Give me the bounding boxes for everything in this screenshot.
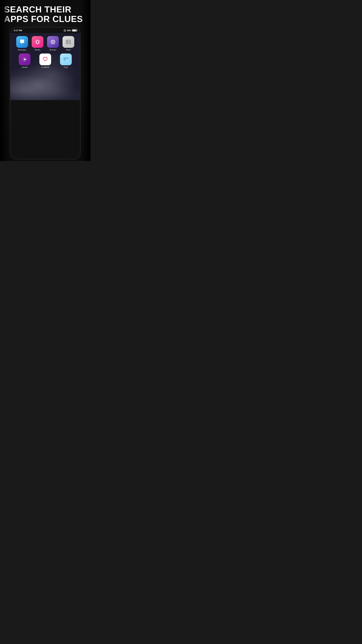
interflix-icon — [19, 54, 30, 65]
app-news[interactable]: News — [61, 36, 75, 51]
app-grid-row1: Messages Photos — [14, 35, 77, 52]
headline: SEARCH THEIR APPS FOR CLUES — [4, 5, 86, 24]
svg-rect-10 — [67, 41, 68, 42]
app-interflix[interactable]: Interflix — [15, 54, 34, 68]
app-grid-row2: Interflix LoveBook — [14, 52, 77, 70]
svg-marker-17 — [24, 58, 26, 60]
svg-point-18 — [64, 59, 65, 59]
header-section: SEARCH THEIR APPS FOR CLUES — [0, 0, 90, 27]
status-bar: 2:17 PM 90% — [10, 28, 80, 33]
photos-label: Photos — [35, 49, 40, 51]
interflix-label: Interflix — [22, 66, 28, 68]
chat-label: Chat — [64, 66, 68, 68]
svg-point-20 — [66, 59, 67, 59]
app-photos[interactable]: Photos — [30, 36, 44, 51]
svg-line-1 — [64, 30, 66, 31]
lovebook-icon — [39, 54, 51, 65]
app-lovebook[interactable]: LoveBook — [36, 54, 55, 68]
battery-percent: 90% — [67, 29, 71, 32]
chat-icon — [60, 54, 72, 65]
phone-mockup: 2:17 PM 90% — [10, 27, 80, 159]
photos-icon — [32, 36, 43, 48]
news-label: News — [66, 49, 71, 51]
messages-label: Messages — [18, 49, 26, 51]
lovebook-label: LoveBook — [41, 66, 49, 68]
news-icon — [62, 36, 74, 48]
svg-point-3 — [36, 41, 38, 43]
app-browser[interactable]: Browser — [46, 36, 60, 51]
app-chat[interactable]: Chat — [56, 54, 75, 68]
browser-label: Browser — [50, 49, 56, 51]
no-signal-icon — [64, 29, 66, 32]
svg-point-19 — [65, 59, 66, 59]
messages-icon — [16, 36, 28, 48]
battery-bar — [72, 29, 77, 32]
battery-fill — [72, 30, 76, 31]
app-messages[interactable]: Messages — [15, 36, 29, 51]
phone-screen: Messages Photos — [10, 33, 80, 100]
status-time: 2:17 PM — [14, 29, 22, 32]
browser-icon — [47, 36, 59, 48]
apps-section: Messages Photos — [14, 35, 77, 70]
status-right: 90% — [64, 29, 77, 32]
